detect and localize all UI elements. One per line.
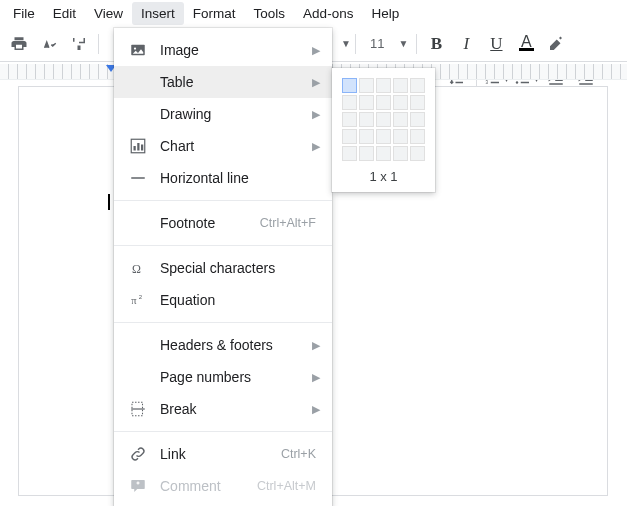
table-cell[interactable] <box>376 112 391 127</box>
bold-icon: B <box>431 34 442 54</box>
text-color-icon: A <box>519 36 534 51</box>
table-cell[interactable] <box>376 78 391 93</box>
menu-item-special-characters[interactable]: ΩSpecial characters <box>114 252 332 284</box>
table-cell[interactable] <box>393 95 408 110</box>
text-color-button[interactable]: A <box>511 30 541 58</box>
menu-item-shortcut: Ctrl+Alt+F <box>260 216 316 230</box>
print-icon <box>10 35 28 53</box>
omega-icon: Ω <box>126 259 150 277</box>
menu-addons[interactable]: Add-ons <box>294 2 362 25</box>
paint-format-button[interactable] <box>64 30 94 58</box>
pi-icon: π2 <box>129 291 147 309</box>
menu-file[interactable]: File <box>4 2 44 25</box>
comment-icon <box>129 477 147 495</box>
menu-item-label: Footnote <box>160 215 260 231</box>
menu-view[interactable]: View <box>85 2 132 25</box>
menu-separator <box>114 322 332 323</box>
menu-item-horizontal-line[interactable]: Horizontal line <box>114 162 332 194</box>
italic-icon: I <box>464 34 470 54</box>
menu-item-equation[interactable]: π2Equation <box>114 284 332 316</box>
highlighter-icon <box>547 35 565 53</box>
table-cell[interactable] <box>376 95 391 110</box>
menu-item-label: Horizontal line <box>160 170 320 186</box>
menu-edit[interactable]: Edit <box>44 2 85 25</box>
table-cell[interactable] <box>393 146 408 161</box>
hr-icon <box>126 169 150 187</box>
menu-item-label: Headers & footers <box>160 337 306 353</box>
table-cell[interactable] <box>410 146 425 161</box>
table-cell[interactable] <box>359 78 374 93</box>
image-icon <box>129 41 147 59</box>
svg-point-5 <box>515 81 517 83</box>
table-size-grid[interactable] <box>342 78 425 161</box>
italic-button[interactable]: I <box>451 30 481 58</box>
table-cell[interactable] <box>359 146 374 161</box>
table-cell[interactable] <box>393 129 408 144</box>
underline-icon: U <box>490 34 502 54</box>
submenu-arrow-icon: ▶ <box>312 76 320 89</box>
menu-format[interactable]: Format <box>184 2 245 25</box>
chart-icon <box>126 137 150 155</box>
submenu-arrow-icon: ▶ <box>312 339 320 352</box>
menubar: File Edit View Insert Format Tools Add-o… <box>0 0 627 26</box>
omega-icon: Ω <box>129 259 147 277</box>
chevron-down-icon: ▼ <box>341 38 351 49</box>
table-cell[interactable] <box>342 78 357 93</box>
hr-icon <box>129 169 147 187</box>
menu-item-drawing[interactable]: Drawing▶ <box>114 98 332 130</box>
table-size-flyout: 1 x 1 <box>332 68 435 192</box>
chart-icon <box>129 137 147 155</box>
menu-separator <box>114 431 332 432</box>
svg-rect-11 <box>141 145 143 151</box>
table-cell[interactable] <box>393 78 408 93</box>
table-cell[interactable] <box>342 129 357 144</box>
table-cell[interactable] <box>359 112 374 127</box>
paint-roller-icon <box>70 35 88 53</box>
menu-item-page-numbers[interactable]: Page numbers▶ <box>114 361 332 393</box>
table-cell[interactable] <box>342 95 357 110</box>
menu-item-link[interactable]: LinkCtrl+K <box>114 438 332 470</box>
menu-item-table[interactable]: Table▶ <box>114 66 332 98</box>
bold-button[interactable]: B <box>421 30 451 58</box>
table-cell[interactable] <box>342 112 357 127</box>
fontsize-dropdown[interactable]: 11 ▼ <box>360 32 412 56</box>
image-icon <box>126 41 150 59</box>
svg-rect-9 <box>134 146 136 151</box>
table-cell[interactable] <box>359 129 374 144</box>
fontsize-value: 11 <box>370 36 384 51</box>
menu-item-headers-footers[interactable]: Headers & footers▶ <box>114 329 332 361</box>
menu-item-comment: CommentCtrl+Alt+M <box>114 470 332 502</box>
print-button[interactable] <box>4 30 34 58</box>
highlight-button[interactable] <box>541 30 571 58</box>
table-cell[interactable] <box>410 129 425 144</box>
table-cell[interactable] <box>376 146 391 161</box>
svg-text:3: 3 <box>485 80 488 85</box>
menu-insert[interactable]: Insert <box>132 2 184 25</box>
menu-item-shortcut: Ctrl+Alt+M <box>257 479 316 493</box>
menu-item-label: Link <box>160 446 281 462</box>
submenu-arrow-icon: ▶ <box>312 140 320 153</box>
menu-tools[interactable]: Tools <box>245 2 295 25</box>
underline-button[interactable]: U <box>481 30 511 58</box>
separator <box>355 34 356 54</box>
comment-icon <box>126 477 150 495</box>
table-cell[interactable] <box>359 95 374 110</box>
svg-text:2: 2 <box>139 294 143 300</box>
insert-menu-dropdown: Image▶Table▶Drawing▶Chart▶Horizontal lin… <box>114 28 332 506</box>
table-cell[interactable] <box>376 129 391 144</box>
spellcheck-button[interactable] <box>34 30 64 58</box>
table-cell[interactable] <box>393 112 408 127</box>
svg-point-7 <box>134 47 136 49</box>
menu-item-break[interactable]: Break▶ <box>114 393 332 425</box>
separator <box>98 34 99 54</box>
menu-item-chart[interactable]: Chart▶ <box>114 130 332 162</box>
table-cell[interactable] <box>410 78 425 93</box>
table-cell[interactable] <box>410 95 425 110</box>
menu-item-image[interactable]: Image▶ <box>114 34 332 66</box>
menu-item-footnote[interactable]: FootnoteCtrl+Alt+F <box>114 207 332 239</box>
break-icon <box>129 400 147 418</box>
table-cell[interactable] <box>410 112 425 127</box>
menu-help[interactable]: Help <box>362 2 408 25</box>
menu-item-label: Special characters <box>160 260 320 276</box>
table-cell[interactable] <box>342 146 357 161</box>
